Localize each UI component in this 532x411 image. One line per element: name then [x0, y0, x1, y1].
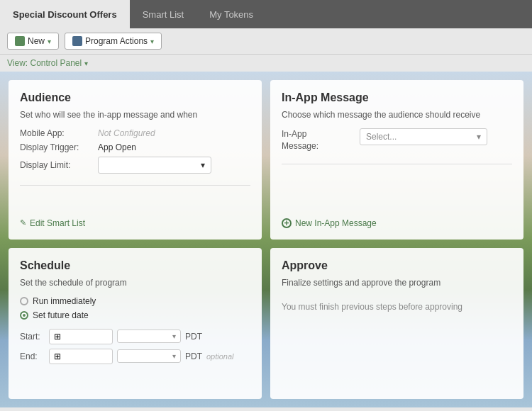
run-immediately-label: Run immediately — [33, 296, 96, 306]
schedule-card-title: Schedule — [20, 259, 250, 272]
new-button-label: New — [28, 36, 45, 46]
run-immediately-radio — [20, 297, 28, 305]
end-optional-label: optional — [206, 352, 234, 361]
start-date-input[interactable]: ⊞ — [49, 329, 113, 344]
plus-circle-icon: + — [282, 218, 292, 228]
in-app-message-select[interactable]: Select... ▾ — [360, 128, 487, 145]
display-limit-select[interactable]: ▾ — [98, 157, 211, 174]
display-trigger-label: Display Trigger: — [20, 142, 98, 152]
edit-smart-list-link[interactable]: ✎ Edit Smart List — [20, 218, 250, 228]
new-icon — [15, 36, 25, 46]
end-date-input[interactable]: ⊞ — [49, 349, 113, 364]
in-app-message-row: In-AppMessage: Select... ▾ — [282, 128, 512, 152]
approve-note: You must finish previous steps before ap… — [282, 302, 512, 312]
schedule-card-subtitle: Set the schedule of program — [20, 278, 250, 288]
audience-footer: ✎ Edit Smart List — [20, 213, 250, 228]
display-limit-select-arrow: ▾ — [201, 160, 205, 170]
audience-divider — [20, 185, 250, 186]
tab-special-discount[interactable]: Special Discount Offers — [0, 0, 130, 28]
program-actions-label: Program Actions — [85, 36, 148, 46]
audience-card-title: Audience — [20, 91, 250, 104]
approve-card-subtitle: Finalize settings and approve the progra… — [282, 278, 512, 288]
start-date-cal-icon: ⊞ — [54, 332, 61, 342]
new-dropdown-arrow: ▾ — [48, 38, 51, 45]
in-app-message-select-text: Select... — [366, 132, 397, 142]
audience-card-subtitle: Set who will see the in-app message and … — [20, 110, 250, 120]
display-trigger-row: Display Trigger: App Open — [20, 142, 250, 152]
in-app-message-title: In-App Message — [282, 91, 512, 104]
cards-grid: Audience Set who will see the in-app mes… — [0, 72, 532, 407]
end-timezone: PDT — [185, 351, 202, 361]
end-date-row: End: ⊞ ▾ PDT optional — [20, 349, 250, 364]
tab-my-tokens-label: My Tokens — [209, 9, 253, 20]
set-future-date-radio — [20, 311, 28, 320]
audience-card: Audience Set who will see the in-app mes… — [9, 80, 262, 240]
end-time-select[interactable]: ▾ — [117, 349, 181, 363]
in-app-divider — [282, 164, 512, 164]
breadcrumb-text: View: Control Panel — [7, 58, 82, 68]
mobile-app-label: Mobile App: — [20, 128, 98, 138]
toolbar: New ▾ Program Actions ▾ — [0, 28, 532, 55]
new-in-app-message-link[interactable]: + New In-App Message — [282, 218, 512, 228]
breadcrumb-arrow: ▾ — [84, 60, 88, 67]
display-limit-row: Display Limit: ▾ — [20, 157, 250, 174]
start-timezone: PDT — [185, 332, 202, 342]
set-future-date-option[interactable]: Set future date — [20, 310, 250, 320]
edit-smart-list-label: Edit Smart List — [30, 218, 85, 228]
program-actions-icon — [72, 36, 82, 46]
schedule-card: Schedule Set the schedule of program Run… — [9, 248, 262, 400]
start-date-row: Start: ⊞ ▾ PDT — [20, 329, 250, 344]
program-actions-dropdown-arrow: ▾ — [150, 38, 154, 45]
end-date-cal-icon: ⊞ — [54, 351, 61, 361]
new-in-app-message-label: New In-App Message — [295, 218, 377, 228]
start-time-arrow: ▾ — [172, 332, 176, 340]
display-trigger-value: App Open — [98, 142, 136, 152]
end-time-arrow: ▾ — [172, 352, 176, 360]
main-content: Audience Set who will see the in-app mes… — [0, 72, 532, 407]
new-button[interactable]: New ▾ — [7, 33, 59, 50]
breadcrumb: View: Control Panel ▾ — [0, 55, 532, 72]
approve-card-title: Approve — [282, 259, 512, 272]
approve-card: Approve Finalize settings and approve th… — [270, 248, 523, 400]
tab-smart-list[interactable]: Smart List — [130, 0, 197, 28]
tab-smart-list-label: Smart List — [143, 9, 184, 20]
edit-icon: ✎ — [20, 218, 26, 227]
in-app-message-subtitle: Choose which message the audience should… — [282, 110, 512, 120]
program-actions-button[interactable]: Program Actions ▾ — [65, 33, 162, 50]
in-app-footer: + New In-App Message — [282, 213, 512, 228]
schedule-radio-group: Run immediately Set future date — [20, 296, 250, 320]
run-immediately-option[interactable]: Run immediately — [20, 296, 250, 306]
start-label: Start: — [20, 332, 45, 342]
tab-bar: Special Discount Offers Smart List My To… — [0, 0, 532, 28]
tab-my-tokens[interactable]: My Tokens — [196, 0, 266, 28]
tab-special-discount-label: Special Discount Offers — [13, 9, 117, 20]
set-future-date-label: Set future date — [33, 310, 89, 320]
display-limit-label: Display Limit: — [20, 160, 98, 170]
mobile-app-row: Mobile App: Not Configured — [20, 128, 250, 138]
start-time-select[interactable]: ▾ — [117, 330, 181, 343]
in-app-message-card: In-App Message Choose which message the … — [270, 80, 523, 240]
in-app-message-label: In-AppMessage: — [282, 128, 360, 152]
in-app-message-select-arrow: ▾ — [477, 132, 481, 142]
end-label: End: — [20, 351, 45, 361]
mobile-app-value: Not Configured — [98, 128, 155, 138]
